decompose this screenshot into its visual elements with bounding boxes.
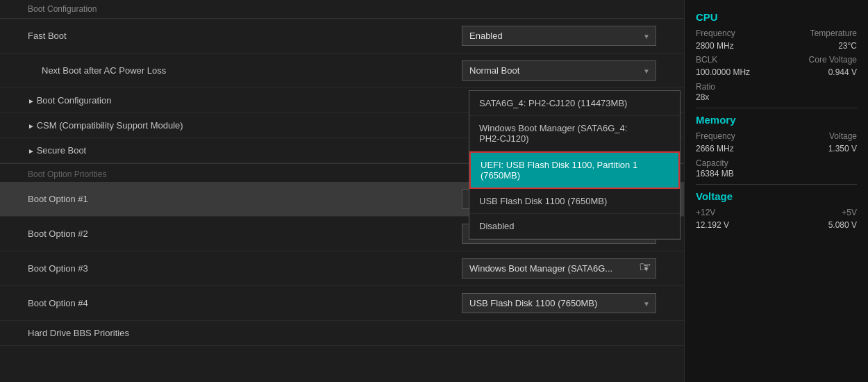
boot-option3-dropdown-container: Windows Boot Manager (SATA6G...	[462, 258, 656, 279]
boot-option3-value: Windows Boot Manager (SATA6G...	[469, 263, 612, 274]
boot-priorities-text: Boot Option Priorities	[28, 169, 106, 179]
dropdown-item-2-text: UEFI: USB Flash Disk 1100, Partition 1 (…	[481, 160, 637, 181]
fast-boot-dropdown[interactable]: Enabled	[462, 26, 656, 46]
cpu-temp-label: Temperature	[810, 28, 857, 38]
plus5v-label: +5V	[842, 208, 857, 217]
mem-freq-label: Frequency	[696, 131, 735, 141]
cpu-freq-value-row: 2800 MHz 23°C	[696, 41, 857, 51]
core-voltage-value: 0.944 V	[828, 67, 857, 77]
section-header-text: Boot Configuration	[28, 4, 97, 14]
capacity-label-row: Capacity	[696, 158, 857, 168]
dropdown-item-0[interactable]: SATA6G_4: PH2-CJ120 (114473MB)	[469, 91, 680, 116]
ratio-label-row: Ratio	[696, 81, 857, 92]
fast-boot-row[interactable]: Fast Boot Enabled	[0, 19, 684, 53]
bclk-label: BCLK	[696, 55, 717, 65]
boot-option3-row[interactable]: Boot Option #3 Windows Boot Manager (SAT…	[0, 251, 684, 286]
cpu-freq-value: 2800 MHz	[696, 41, 734, 51]
cpu-freq-row: Frequency Temperature	[696, 28, 857, 38]
dropdown-item-4[interactable]: Disabled	[469, 214, 680, 239]
boot-option1-label: Boot Option #1	[28, 194, 462, 204]
dropdown-item-2[interactable]: UEFI: USB Flash Disk 1100, Partition 1 (…	[469, 151, 680, 189]
boot-option3-label: Boot Option #3	[28, 263, 462, 274]
fast-boot-dropdown-container: Enabled	[462, 26, 656, 46]
mem-voltage-value: 1.350 V	[828, 144, 857, 153]
boot-option3-dropdown[interactable]: Windows Boot Manager (SATA6G...	[462, 258, 656, 279]
section-header: Boot Configuration	[0, 0, 684, 19]
plus12v-value: 12.192 V	[696, 220, 729, 230]
cpu-title: CPU	[696, 11, 857, 23]
dropdown-item-3[interactable]: USB Flash Disk 1100 (7650MB)	[469, 189, 680, 214]
ratio-value-row: 28x	[696, 92, 857, 102]
next-boot-value: Normal Boot	[469, 65, 519, 76]
cpu-temp-value: 23°C	[838, 41, 857, 51]
boot-option4-dropdown[interactable]: USB Flash Disk 1100 (7650MB)	[462, 293, 656, 313]
dropdown-item-4-text: Disabled	[479, 221, 515, 231]
next-boot-dropdown-container: Normal Boot	[462, 60, 656, 81]
right-panel: CPU Frequency Temperature 2800 MHz 23°C …	[684, 0, 868, 382]
bclk-value: 100.0000 MHz	[696, 67, 750, 77]
boot-option2-label: Boot Option #2	[28, 229, 462, 239]
memory-title: Memory	[696, 114, 857, 126]
next-boot-dropdown[interactable]: Normal Boot	[462, 60, 656, 81]
mem-freq-labels: Frequency Voltage	[696, 131, 857, 141]
boot-option4-dropdown-container: USB Flash Disk 1100 (7650MB)	[462, 293, 656, 313]
left-panel: Boot Configuration Fast Boot Enabled Nex…	[0, 0, 684, 382]
boot-option4-value: USB Flash Disk 1100 (7650MB)	[469, 298, 597, 308]
divider-2	[696, 184, 857, 185]
bclk-row-values: 100.0000 MHz 0.944 V	[696, 67, 857, 77]
capacity-value: 16384 MB	[696, 169, 734, 178]
next-boot-row[interactable]: Next Boot after AC Power Loss Normal Boo…	[0, 53, 684, 88]
dropdown-item-0-text: SATA6G_4: PH2-CJ120 (114473MB)	[479, 98, 627, 108]
capacity-label: Capacity	[696, 158, 728, 168]
dropdown-item-1-text: Windows Boot Manager (SATA6G_4:PH2-CJ120…	[479, 123, 627, 144]
capacity-value-row: 16384 MB	[696, 168, 857, 178]
voltage-title: Voltage	[696, 190, 857, 202]
mem-freq-value: 2666 MHz	[696, 144, 734, 153]
voltage-values: 12.192 V 5.080 V	[696, 220, 857, 230]
hard-drive-label: Hard Drive BBS Priorities	[28, 328, 656, 338]
plus5v-value: 5.080 V	[828, 220, 857, 230]
divider-1	[696, 108, 857, 108]
cpu-freq-label: Frequency	[696, 28, 735, 38]
dropdown-item-1[interactable]: Windows Boot Manager (SATA6G_4:PH2-CJ120…	[469, 116, 680, 151]
voltage-labels: +12V +5V	[696, 208, 857, 217]
boot-option4-row[interactable]: Boot Option #4 USB Flash Disk 1100 (7650…	[0, 286, 684, 321]
fast-boot-value: Enabled	[469, 31, 503, 41]
dropdown-popup: SATA6G_4: PH2-CJ120 (114473MB) Windows B…	[469, 90, 681, 240]
core-voltage-label: Core Voltage	[809, 55, 857, 65]
ratio-label: Ratio	[696, 82, 715, 92]
hard-drive-row[interactable]: Hard Drive BBS Priorities	[0, 321, 684, 346]
boot-option4-label: Boot Option #4	[28, 298, 462, 308]
ratio-value: 28x	[696, 92, 709, 102]
plus12v-label: +12V	[696, 208, 715, 217]
bclk-row-labels: BCLK Core Voltage	[696, 55, 857, 65]
mem-freq-values: 2666 MHz 1.350 V	[696, 144, 857, 153]
dropdown-item-3-text: USB Flash Disk 1100 (7650MB)	[479, 196, 607, 206]
next-boot-label: Next Boot after AC Power Loss	[42, 65, 462, 76]
fast-boot-label: Fast Boot	[28, 31, 462, 41]
mem-voltage-label: Voltage	[829, 131, 857, 141]
